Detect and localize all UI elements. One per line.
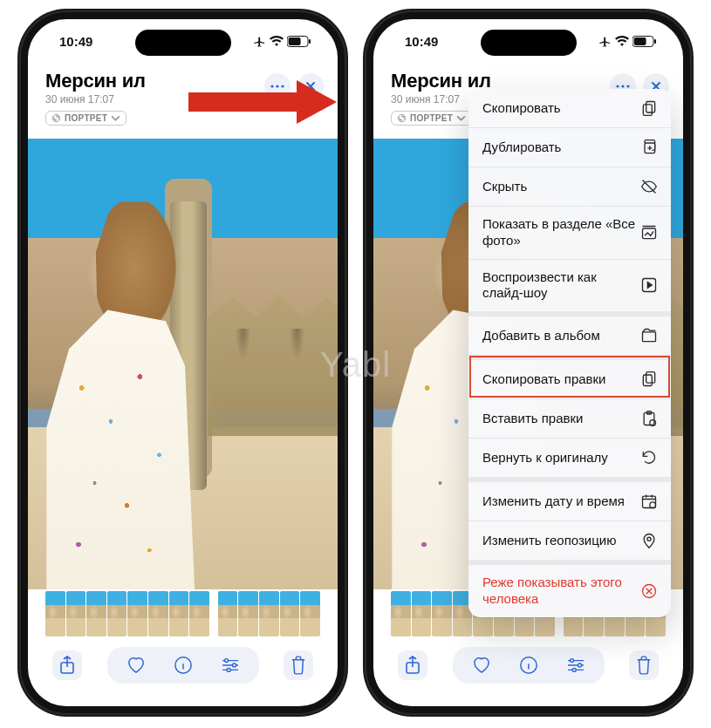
menu-item-label: Дублировать bbox=[482, 139, 561, 156]
photo-toolbar bbox=[28, 636, 338, 706]
dynamic-island bbox=[481, 30, 577, 56]
airplane-icon bbox=[253, 35, 266, 48]
share-button[interactable] bbox=[398, 650, 427, 680]
close-icon bbox=[305, 81, 316, 92]
info-button[interactable] bbox=[514, 650, 544, 680]
aperture-icon bbox=[51, 113, 61, 123]
badge-row: ПОРТРЕТ bbox=[28, 109, 338, 135]
more-button[interactable] bbox=[264, 73, 291, 99]
menu-item-label: Вернуть к оригиналу bbox=[482, 450, 608, 466]
photo-info-header: Мерсин ил 30 июня 17:07 bbox=[28, 63, 338, 109]
thumbnail[interactable] bbox=[218, 591, 238, 636]
svg-point-16 bbox=[616, 85, 619, 87]
content: Мерсин ил 30 июня 17:07 ПОРТРЕТ bbox=[28, 63, 338, 706]
info-icon bbox=[519, 656, 538, 675]
battery-icon bbox=[632, 36, 657, 47]
menu-item-revert[interactable]: Вернуть к оригиналу bbox=[468, 438, 671, 477]
thumbnail[interactable] bbox=[391, 591, 411, 636]
delete-button[interactable] bbox=[629, 650, 659, 680]
photo-title: Мерсин ил bbox=[45, 70, 264, 92]
copyedits-icon bbox=[639, 370, 659, 389]
menu-item-location[interactable]: Изменить геопозицию bbox=[468, 520, 671, 560]
menu-item-label: Скопировать правки bbox=[482, 371, 605, 388]
portrait-mode-badge[interactable]: ПОРТРЕТ bbox=[391, 111, 472, 126]
thumbnail[interactable] bbox=[300, 591, 320, 636]
info-button[interactable] bbox=[168, 650, 198, 680]
status-indicators bbox=[598, 35, 657, 48]
status-time: 10:49 bbox=[59, 34, 92, 49]
svg-point-37 bbox=[650, 502, 656, 508]
favorite-button[interactable] bbox=[121, 650, 151, 680]
thumbnail[interactable] bbox=[189, 591, 209, 636]
menu-item-hide[interactable]: Скрыть bbox=[468, 167, 671, 206]
photo-date: 30 июня 17:07 bbox=[45, 93, 264, 105]
menu-item-gallery[interactable]: Показать в разделе «Все фото» bbox=[468, 206, 671, 259]
edit-button[interactable] bbox=[215, 650, 245, 680]
copy-icon bbox=[639, 99, 659, 118]
sliders-icon bbox=[221, 657, 240, 673]
thumbnail[interactable] bbox=[107, 591, 127, 636]
delete-button[interactable] bbox=[284, 650, 313, 680]
thumbnail[interactable] bbox=[66, 591, 86, 636]
thumbnail[interactable] bbox=[127, 591, 147, 636]
menu-item-play[interactable]: Воспроизвести как слайд-шоу bbox=[468, 259, 671, 312]
menu-item-calendar[interactable]: Изменить дату и время bbox=[468, 477, 671, 520]
edit-button[interactable] bbox=[561, 650, 591, 680]
chevron-down-icon bbox=[456, 113, 466, 123]
wifi-icon bbox=[615, 36, 629, 46]
menu-item-label: Вставить правки bbox=[482, 411, 583, 427]
heart-icon bbox=[126, 657, 146, 674]
thumbnail[interactable] bbox=[432, 591, 452, 636]
menu-item-label: Воспроизвести как слайд-шоу bbox=[482, 269, 639, 303]
photo-filmstrip[interactable] bbox=[28, 586, 338, 636]
menu-item-duplicate[interactable]: Дублировать bbox=[468, 127, 671, 167]
menu-item-album[interactable]: Добавить в альбом bbox=[468, 311, 671, 355]
svg-point-11 bbox=[227, 668, 230, 671]
trash-icon bbox=[291, 656, 306, 675]
menu-item-block[interactable]: Реже показывать этого человека bbox=[468, 560, 671, 617]
thumbnail[interactable] bbox=[86, 591, 106, 636]
thumbnail[interactable] bbox=[280, 591, 300, 636]
menu-item-pasteedits[interactable]: Вставить правки bbox=[468, 398, 671, 438]
svg-point-22 bbox=[570, 659, 573, 663]
share-button[interactable] bbox=[52, 650, 82, 680]
share-icon bbox=[405, 656, 420, 675]
hide-icon bbox=[639, 177, 659, 196]
menu-item-copy[interactable]: Скопировать bbox=[468, 89, 671, 127]
svg-rect-14 bbox=[634, 37, 646, 45]
duplicate-icon bbox=[639, 138, 659, 157]
svg-rect-26 bbox=[643, 105, 652, 115]
thumbnail[interactable] bbox=[148, 591, 168, 636]
ellipsis-icon bbox=[270, 85, 284, 88]
thumbnail[interactable] bbox=[45, 591, 65, 636]
more-menu-popover: СкопироватьДублироватьСкрытьПоказать в р… bbox=[468, 89, 671, 617]
toolbar-center-group bbox=[453, 647, 605, 684]
menu-item-label: Скопировать bbox=[482, 100, 561, 117]
phone-frame-left: 10:49 Мерсин ил 30 июня 17:07 bbox=[19, 10, 346, 715]
thumbnail[interactable] bbox=[259, 591, 279, 636]
photo-image bbox=[28, 139, 338, 589]
svg-rect-32 bbox=[646, 372, 655, 384]
photo-background-ruins bbox=[208, 238, 338, 436]
svg-rect-25 bbox=[646, 102, 655, 113]
portrait-mode-badge[interactable]: ПОРТРЕТ bbox=[45, 111, 126, 126]
screen: 10:49 Мерсин ил 30 июня 17:07 bbox=[28, 19, 338, 706]
wifi-icon bbox=[270, 36, 284, 46]
menu-item-label: Скрыть bbox=[482, 179, 527, 195]
menu-item-copyedits[interactable]: Скопировать правки bbox=[468, 355, 671, 398]
favorite-button[interactable] bbox=[467, 650, 496, 680]
thumbnail[interactable] bbox=[169, 591, 189, 636]
menu-item-label: Реже показывать этого человека bbox=[482, 575, 639, 608]
svg-point-24 bbox=[572, 668, 576, 671]
svg-rect-2 bbox=[309, 39, 311, 44]
status-time: 10:49 bbox=[405, 34, 438, 49]
close-button[interactable] bbox=[297, 73, 324, 99]
svg-point-18 bbox=[626, 85, 629, 87]
location-icon bbox=[639, 531, 659, 550]
gallery-icon bbox=[639, 223, 659, 242]
thumbnail[interactable] bbox=[238, 591, 258, 636]
thumbnail[interactable] bbox=[412, 591, 432, 636]
dynamic-island bbox=[135, 30, 231, 56]
photo-viewer[interactable] bbox=[28, 135, 338, 586]
menu-item-label: Изменить дату и время bbox=[482, 493, 625, 510]
